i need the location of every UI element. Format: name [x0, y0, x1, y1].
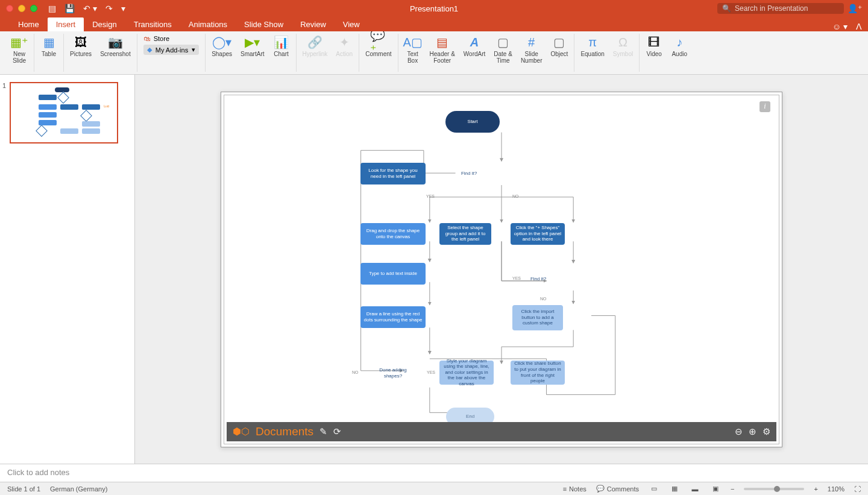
date-time-button[interactable]: ▢Date & Time: [494, 35, 512, 64]
slide-canvas-area[interactable]: i: [135, 75, 868, 464]
ribbon: ▦⁺New Slide ▦Table 🖼Pictures 📷Screenshot…: [0, 31, 868, 75]
slide-sorter-button[interactable]: ▦: [669, 485, 680, 493]
document-title: Presentation1: [410, 4, 458, 13]
label-yes-1: YES: [426, 194, 435, 198]
slide-thumbnails-panel: 1: [0, 75, 135, 464]
refresh-icon[interactable]: ⟳: [333, 426, 341, 437]
zoom-level[interactable]: 110%: [828, 485, 844, 493]
slide[interactable]: i: [221, 92, 782, 447]
notes-pane[interactable]: Click to add notes: [0, 464, 868, 482]
hyperlink-button: 🔗Hyperlink: [303, 35, 328, 57]
tab-animations[interactable]: Animations: [180, 17, 236, 31]
node-draw: Draw a line using the red dots surroundi…: [360, 306, 426, 328]
label-no-2: NO: [540, 297, 547, 301]
zoom-slider[interactable]: [744, 488, 804, 490]
zoom-in-button[interactable]: +: [814, 485, 817, 493]
normal-view-button[interactable]: ▭: [649, 485, 659, 493]
zoom-out-icon[interactable]: ⊖: [735, 426, 743, 437]
label-yes-2: YES: [512, 276, 521, 280]
tab-insert[interactable]: Insert: [48, 17, 84, 31]
maximize-window-button[interactable]: [30, 5, 37, 12]
language-indicator[interactable]: German (Germany): [50, 485, 107, 493]
pictures-button[interactable]: 🖼Pictures: [70, 35, 92, 57]
screenshot-button[interactable]: 📷Screenshot: [100, 35, 131, 57]
new-slide-button[interactable]: ▦⁺New Slide: [11, 35, 28, 64]
wordart-button[interactable]: AWordArt: [464, 35, 486, 57]
minimize-window-button[interactable]: [18, 5, 25, 12]
lucidchart-logo-icon: ⬢⬡: [233, 426, 250, 437]
text-box-button[interactable]: A▢Text Box: [404, 35, 421, 64]
search-box[interactable]: 🔍: [717, 3, 844, 14]
node-done: Done adding shapes?: [374, 355, 412, 392]
node-find1: Find it?: [451, 156, 487, 192]
node-select: Select the shape group and add it to the…: [439, 223, 491, 245]
node-find2: Find it?: [522, 263, 555, 295]
share-icon[interactable]: 👤⁺: [848, 4, 862, 13]
customize-icon[interactable]: ▾: [121, 4, 125, 13]
tab-transitions[interactable]: Transitions: [125, 17, 180, 31]
header-footer-button[interactable]: ▤Header & Footer: [430, 35, 455, 64]
comment-button[interactable]: 💬⁺Comment: [365, 35, 391, 57]
action-button: ✦Action: [336, 35, 353, 57]
comments-toggle-button[interactable]: 💬 Comments: [596, 485, 639, 493]
quick-access-toolbar: ▤ 💾 ↶ ▾ ↷ ▾: [48, 4, 125, 13]
status-bar: Slide 1 of 1 German (Germany) ≡ Notes 💬 …: [0, 482, 868, 495]
save-icon[interactable]: 💾: [64, 4, 75, 13]
zoom-in-icon[interactable]: ⊕: [749, 426, 756, 437]
info-icon[interactable]: i: [760, 101, 770, 112]
node-share: Click the share button to put your diagr…: [511, 361, 565, 385]
node-drag: Drag and drop the shape onto the canvas: [360, 223, 426, 245]
object-button[interactable]: ▢Object: [550, 35, 568, 57]
node-style: Style your diagram using the shape, line…: [439, 361, 494, 385]
reading-view-button[interactable]: ▬: [690, 485, 700, 493]
my-addins-button[interactable]: ◆My Add-ins▾: [143, 45, 199, 55]
tabs-right: ☺ ▾ ᐱ: [832, 22, 862, 31]
tab-view[interactable]: View: [335, 17, 368, 31]
label-no-3: NO: [352, 370, 359, 374]
flowchart-addin-frame[interactable]: i: [224, 95, 779, 444]
edit-icon[interactable]: ✎: [319, 426, 327, 437]
redo-icon[interactable]: ↷: [105, 4, 113, 13]
node-import: Click the import button to add a custom …: [512, 305, 563, 330]
table-button[interactable]: ▦Table: [40, 35, 57, 57]
video-button[interactable]: 🎞Video: [646, 35, 662, 57]
search-icon: 🔍: [722, 4, 731, 13]
thumbnail-number: 1: [2, 82, 6, 143]
equation-button[interactable]: πEquation: [580, 35, 604, 57]
tab-slideshow[interactable]: Slide Show: [236, 17, 292, 31]
shapes-button[interactable]: ◯▾Shapes: [212, 35, 232, 57]
label-yes-3: YES: [427, 370, 435, 374]
ribbon-tabs: Home Insert Design Transitions Animation…: [0, 17, 868, 31]
undo-icon[interactable]: ↶ ▾: [83, 4, 97, 13]
notes-toggle-button[interactable]: ≡ Notes: [563, 485, 587, 493]
addin-title[interactable]: Documents: [256, 425, 313, 438]
slide-thumbnail-1[interactable]: Luci: [10, 82, 118, 143]
search-input[interactable]: [735, 4, 839, 13]
settings-gear-icon[interactable]: ⚙: [763, 426, 770, 437]
tab-home[interactable]: Home: [10, 17, 48, 31]
symbol-button: ΩSymbol: [613, 35, 633, 57]
addin-toolbar: ⬢⬡ Documents ✎ ⟳ ⊖ ⊕ ⚙: [227, 422, 776, 441]
file-icon[interactable]: ▤: [48, 4, 56, 13]
zoom-out-button[interactable]: −: [731, 485, 734, 493]
emoji-icon[interactable]: ☺ ▾: [832, 22, 848, 31]
node-type: Type to add text inside: [360, 263, 426, 285]
audio-button[interactable]: ♪Audio: [671, 35, 688, 57]
slideshow-button[interactable]: ▣: [710, 485, 721, 493]
title-bar: ▤ 💾 ↶ ▾ ↷ ▾ Presentation1 🔍 👤⁺: [0, 0, 868, 17]
main-area: 1: [0, 75, 868, 464]
node-look: Look for the shape you need in the left …: [360, 163, 426, 184]
tab-review[interactable]: Review: [292, 17, 335, 31]
tab-design[interactable]: Design: [84, 17, 125, 31]
fit-to-window-button[interactable]: ⛶: [854, 485, 861, 493]
slide-number-button[interactable]: #Slide Number: [521, 35, 542, 64]
collapse-ribbon-icon[interactable]: ᐱ: [856, 22, 862, 31]
slide-indicator[interactable]: Slide 1 of 1: [7, 485, 40, 493]
close-window-button[interactable]: [6, 5, 13, 12]
node-click-plus: Click the "+ Shapes" option in the left …: [511, 223, 565, 245]
chart-button[interactable]: 📊Chart: [273, 35, 290, 57]
label-no-1: NO: [512, 194, 519, 198]
window-controls: [0, 5, 37, 12]
smartart-button[interactable]: ▶▾SmartArt: [241, 35, 264, 57]
store-button[interactable]: 🛍Store: [143, 35, 169, 42]
